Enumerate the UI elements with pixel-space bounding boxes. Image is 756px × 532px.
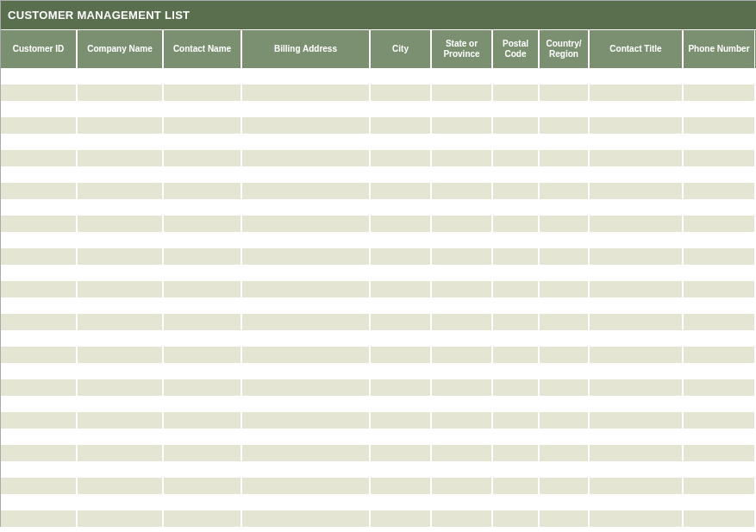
table-cell[interactable] xyxy=(164,281,242,297)
table-cell[interactable] xyxy=(493,412,540,429)
table-cell[interactable] xyxy=(242,166,371,183)
table-cell[interactable] xyxy=(432,216,493,232)
table-cell[interactable] xyxy=(164,445,242,461)
table-cell[interactable] xyxy=(432,166,493,183)
table-cell[interactable] xyxy=(590,101,684,117)
table-cell[interactable] xyxy=(432,330,493,347)
table-cell[interactable] xyxy=(1,150,78,166)
col-header-phone-number[interactable]: Phone Number xyxy=(684,30,755,68)
table-cell[interactable] xyxy=(590,134,684,150)
table-cell[interactable] xyxy=(242,84,371,101)
table-cell[interactable] xyxy=(78,281,164,297)
table-cell[interactable] xyxy=(1,281,78,297)
table-cell[interactable] xyxy=(78,232,164,248)
table-cell[interactable] xyxy=(493,134,540,150)
table-cell[interactable] xyxy=(432,248,493,265)
table-cell[interactable] xyxy=(1,68,78,84)
table-cell[interactable] xyxy=(590,379,684,396)
col-header-postal-code[interactable]: Postal Code xyxy=(493,30,540,68)
table-cell[interactable] xyxy=(1,117,78,134)
table-cell[interactable] xyxy=(590,166,684,183)
table-cell[interactable] xyxy=(371,363,432,379)
table-cell[interactable] xyxy=(590,429,684,445)
table-cell[interactable] xyxy=(371,396,432,412)
table-cell[interactable] xyxy=(164,68,242,84)
table-cell[interactable] xyxy=(540,363,590,379)
table-cell[interactable] xyxy=(1,347,78,363)
table-cell[interactable] xyxy=(1,101,78,117)
table-cell[interactable] xyxy=(242,347,371,363)
table-cell[interactable] xyxy=(432,379,493,396)
table-cell[interactable] xyxy=(493,461,540,478)
table-cell[interactable] xyxy=(371,265,432,281)
table-cell[interactable] xyxy=(1,199,78,216)
table-cell[interactable] xyxy=(371,150,432,166)
table-cell[interactable] xyxy=(540,510,590,527)
table-cell[interactable] xyxy=(590,510,684,527)
table-cell[interactable] xyxy=(432,265,493,281)
table-cell[interactable] xyxy=(540,478,590,494)
table-cell[interactable] xyxy=(493,363,540,379)
table-cell[interactable] xyxy=(371,134,432,150)
table-cell[interactable] xyxy=(493,445,540,461)
table-cell[interactable] xyxy=(493,150,540,166)
table-cell[interactable] xyxy=(432,134,493,150)
table-cell[interactable] xyxy=(540,265,590,281)
table-cell[interactable] xyxy=(684,297,755,314)
table-cell[interactable] xyxy=(371,199,432,216)
table-cell[interactable] xyxy=(432,150,493,166)
table-cell[interactable] xyxy=(590,232,684,248)
table-cell[interactable] xyxy=(540,379,590,396)
table-cell[interactable] xyxy=(684,445,755,461)
table-cell[interactable] xyxy=(1,429,78,445)
table-cell[interactable] xyxy=(493,494,540,510)
table-cell[interactable] xyxy=(684,396,755,412)
table-cell[interactable] xyxy=(684,183,755,199)
table-cell[interactable] xyxy=(1,379,78,396)
table-cell[interactable] xyxy=(164,166,242,183)
table-cell[interactable] xyxy=(1,461,78,478)
table-cell[interactable] xyxy=(1,84,78,101)
table-cell[interactable] xyxy=(540,134,590,150)
table-cell[interactable] xyxy=(371,216,432,232)
table-cell[interactable] xyxy=(242,232,371,248)
table-cell[interactable] xyxy=(78,445,164,461)
col-header-contact-title[interactable]: Contact Title xyxy=(590,30,684,68)
table-cell[interactable] xyxy=(164,248,242,265)
table-cell[interactable] xyxy=(164,330,242,347)
table-cell[interactable] xyxy=(78,478,164,494)
table-cell[interactable] xyxy=(590,412,684,429)
table-cell[interactable] xyxy=(540,248,590,265)
table-cell[interactable] xyxy=(78,461,164,478)
col-header-billing-address[interactable]: Billing Address xyxy=(242,30,371,68)
table-cell[interactable] xyxy=(684,199,755,216)
table-cell[interactable] xyxy=(590,150,684,166)
table-cell[interactable] xyxy=(684,134,755,150)
table-cell[interactable] xyxy=(540,314,590,330)
table-cell[interactable] xyxy=(78,412,164,429)
table-cell[interactable] xyxy=(164,265,242,281)
table-cell[interactable] xyxy=(540,396,590,412)
table-cell[interactable] xyxy=(1,166,78,183)
table-cell[interactable] xyxy=(78,101,164,117)
table-cell[interactable] xyxy=(432,314,493,330)
table-cell[interactable] xyxy=(242,510,371,527)
table-cell[interactable] xyxy=(242,134,371,150)
table-cell[interactable] xyxy=(78,134,164,150)
table-cell[interactable] xyxy=(1,330,78,347)
table-cell[interactable] xyxy=(432,183,493,199)
table-cell[interactable] xyxy=(432,84,493,101)
table-cell[interactable] xyxy=(684,412,755,429)
table-cell[interactable] xyxy=(371,117,432,134)
table-cell[interactable] xyxy=(540,412,590,429)
table-cell[interactable] xyxy=(164,150,242,166)
table-cell[interactable] xyxy=(371,494,432,510)
table-cell[interactable] xyxy=(242,101,371,117)
table-cell[interactable] xyxy=(371,101,432,117)
table-cell[interactable] xyxy=(432,363,493,379)
table-cell[interactable] xyxy=(432,281,493,297)
table-cell[interactable] xyxy=(493,429,540,445)
table-cell[interactable] xyxy=(684,265,755,281)
table-cell[interactable] xyxy=(540,117,590,134)
table-cell[interactable] xyxy=(1,478,78,494)
